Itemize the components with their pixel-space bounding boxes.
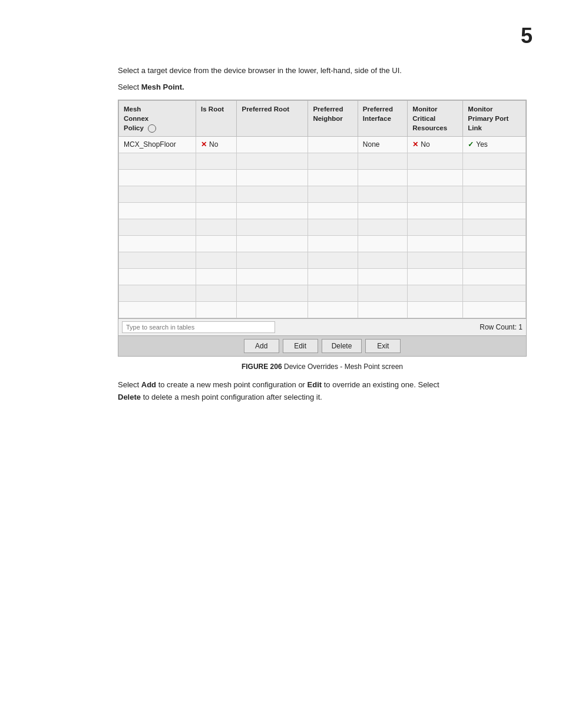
table-container: MeshConnexPolicy Is Root Preferred Root …	[118, 100, 527, 357]
cell-preferred-interface: None	[358, 136, 407, 153]
check-icon: ✓	[468, 140, 474, 149]
add-button[interactable]: Add	[244, 339, 279, 353]
settings-icon	[148, 124, 156, 133]
table-row-empty	[119, 153, 526, 169]
cell-preferred-root	[237, 136, 308, 153]
table-row-empty	[119, 169, 526, 186]
col-header-is-root: Is Root	[196, 100, 237, 136]
x-icon: ✕	[201, 140, 207, 149]
table-row-empty	[119, 268, 526, 285]
table-row-empty	[119, 219, 526, 235]
button-bar: Add Edit Delete Exit	[118, 335, 526, 356]
delete-button[interactable]: Delete	[322, 339, 362, 353]
cell-is-root: ✕No	[196, 136, 237, 153]
select-line: Select Mesh Point.	[118, 83, 527, 91]
edit-button[interactable]: Edit	[283, 339, 318, 353]
col-header-preferred-neighbor: PreferredNeighbor	[308, 100, 358, 136]
search-input[interactable]	[122, 321, 275, 333]
table-row-empty	[119, 202, 526, 219]
cell-mesh-connex: MCX_ShopFloor	[119, 136, 196, 153]
col-header-monitor-primary: MonitorPrimary PortLink	[463, 100, 526, 136]
intro-text: Select a target device from the device b…	[118, 65, 527, 77]
table-footer: Row Count: 1	[118, 318, 526, 335]
data-table: MeshConnexPolicy Is Root Preferred Root …	[118, 100, 526, 318]
table-row-empty	[119, 252, 526, 268]
x-icon-2: ✕	[412, 140, 418, 149]
col-header-mesh-connex: MeshConnexPolicy	[119, 100, 196, 136]
page-number: 5	[521, 24, 533, 48]
description-text: Select Add to create a new mesh point co…	[118, 379, 527, 404]
table-row-empty	[119, 301, 526, 318]
table-row[interactable]: MCX_ShopFloor ✕No None ✕No ✓Yes	[119, 136, 526, 153]
table-row-empty	[119, 186, 526, 202]
cell-preferred-neighbor	[308, 136, 358, 153]
cell-monitor-primary: ✓Yes	[463, 136, 526, 153]
figure-caption: FIGURE 206 Device Overrides - Mesh Point…	[118, 363, 527, 371]
col-header-preferred-root: Preferred Root	[237, 100, 308, 136]
table-row-empty	[119, 285, 526, 301]
cell-monitor-critical: ✕No	[408, 136, 463, 153]
col-header-monitor-critical: MonitorCriticalResources	[408, 100, 463, 136]
col-header-preferred-interface: PreferredInterface	[358, 100, 407, 136]
row-count: Row Count: 1	[480, 323, 523, 331]
exit-button[interactable]: Exit	[365, 339, 401, 353]
table-row-empty	[119, 235, 526, 252]
